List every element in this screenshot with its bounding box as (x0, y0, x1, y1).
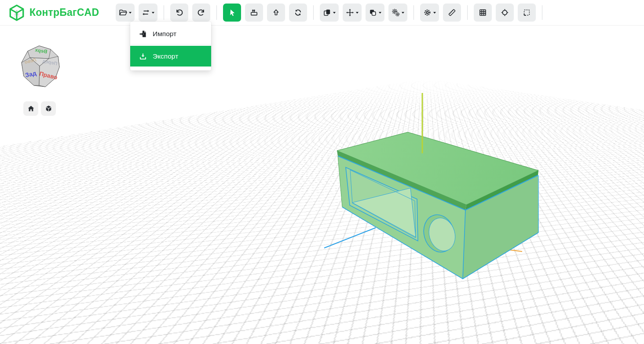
toolbar-separator (164, 5, 164, 20)
toolbar-separator (313, 5, 314, 20)
caret-down-icon (333, 12, 336, 14)
toolbar-separator (216, 5, 217, 20)
measure-button[interactable] (443, 4, 461, 22)
menu-divider (130, 44, 211, 44)
view-cube[interactable]: Лево Перед Верх Зад Право (18, 43, 61, 90)
app-title: КонтрБагCAD (29, 7, 99, 18)
workplane-button[interactable] (518, 4, 536, 22)
redo-button[interactable] (192, 4, 210, 22)
menu-item-label: Импорт (153, 30, 176, 38)
fit-view-button[interactable] (41, 101, 56, 116)
cursor-icon (228, 8, 237, 17)
select-tool-button[interactable] (223, 4, 241, 22)
undo-icon (175, 8, 183, 17)
operations-button[interactable] (388, 4, 407, 22)
settings-button[interactable] (420, 4, 439, 22)
open-button[interactable] (116, 4, 135, 22)
selection-frame-icon (523, 8, 531, 17)
crosshair-icon (501, 8, 509, 17)
move-arrows-icon (346, 8, 354, 17)
logo-cube-bug-icon (8, 4, 26, 22)
caret-down-icon (129, 12, 132, 14)
redo-icon (197, 8, 205, 17)
grid-toggle-button[interactable] (474, 4, 492, 22)
gears-icon (392, 8, 400, 17)
sync-icon (294, 8, 302, 17)
move-up-button[interactable] (267, 4, 285, 22)
download-icon (139, 52, 147, 60)
clone-button[interactable] (366, 4, 384, 22)
ruler-combined-button[interactable] (245, 4, 263, 22)
cube-icon (45, 105, 52, 112)
file-import-icon (139, 30, 147, 38)
toolbar-separator (542, 5, 542, 20)
origin-button[interactable] (496, 4, 514, 22)
copy-icon (323, 8, 331, 17)
caret-down-icon (356, 12, 359, 14)
caret-down-icon (433, 12, 436, 14)
folder-open-icon (119, 8, 127, 17)
ruler-combined-icon (250, 8, 258, 17)
toolbar-separator (467, 5, 468, 20)
clone-icon (369, 8, 377, 17)
ruler-icon (448, 8, 456, 17)
undo-button[interactable] (170, 4, 188, 22)
app-logo: КонтрБагCAD (8, 4, 99, 22)
grid-icon (479, 8, 487, 17)
sync-button[interactable] (289, 4, 307, 22)
menu-item-import[interactable]: Импорт (130, 25, 211, 43)
toolbar-separator (413, 5, 414, 20)
caret-down-icon (379, 12, 381, 14)
main-toolbar: КонтрБагCAD (0, 0, 644, 26)
move-button[interactable] (343, 4, 362, 22)
gear-icon (423, 8, 432, 17)
import-export-button[interactable] (139, 4, 157, 22)
transfer-arrows-icon (142, 8, 150, 17)
menu-item-label: Экспорт (153, 52, 178, 60)
menu-item-export[interactable]: Экспорт (130, 46, 211, 67)
arrow-up-icon (272, 8, 280, 17)
copy-button[interactable] (320, 4, 339, 22)
viewport-3d[interactable] (0, 0, 644, 344)
caret-down-icon (402, 12, 404, 14)
import-export-menu: Импорт Экспорт (130, 22, 211, 70)
home-icon (27, 105, 35, 112)
caret-down-icon (152, 12, 154, 14)
home-view-button[interactable] (23, 101, 38, 116)
